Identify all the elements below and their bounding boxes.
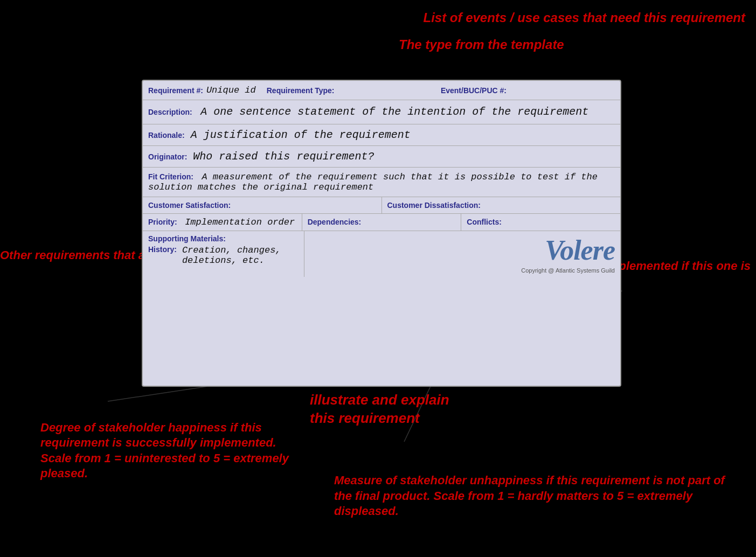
customer-dissatisfaction-field: Customer Dissatisfaction:: [382, 197, 621, 213]
req-type-label: Requirement Type:: [267, 86, 335, 95]
priority-field: Priority: Implementation order: [143, 214, 302, 231]
card-row-fit-criterion: Fit Criterion: A measurement of the requ…: [143, 168, 620, 197]
dependencies-label: Dependencies:: [308, 218, 362, 226]
card-row-originator: Originator: Who raised this requirement?: [143, 146, 620, 168]
card-row-description: Description: A one sentence statement of…: [143, 100, 620, 124]
fit-criterion-label: Fit Criterion:: [148, 172, 193, 181]
originator-label: Originator:: [148, 152, 187, 161]
volere-logo: Volere: [545, 234, 615, 266]
card-row-customer: Customer Satisfaction: Customer Dissatis…: [143, 197, 620, 214]
customer-satisfaction-field: Customer Satisfaction:: [143, 197, 382, 213]
req-num-value: Unique id: [206, 85, 256, 95]
req-num-label: Requirement #:: [148, 86, 203, 95]
description-label: Description:: [148, 108, 192, 116]
volere-copyright: Copyright @ Atlantic Systems Guild: [521, 267, 615, 274]
fit-criterion-value: A measurement of the requirement such th…: [148, 172, 598, 192]
description-value: A one sentence statement of the intentio…: [200, 105, 588, 120]
annotation-customer-dissatisfaction-note: Measure of stakeholder unhappiness if th…: [334, 473, 738, 519]
requirements-card: Requirement #: Unique id Requirement Typ…: [142, 80, 621, 387]
customer-dissatisfaction-label: Customer Dissatisfaction:: [387, 201, 481, 210]
history-label: History:: [148, 245, 177, 254]
requirement-number-field: Requirement #: Unique id: [148, 85, 256, 95]
card-row-rationale: Rationale: A justification of the requir…: [143, 124, 620, 146]
event-field: Event/BUC/PUC #:: [441, 86, 615, 95]
conflicts-label: Conflicts:: [467, 218, 502, 226]
volere-logo-section: Volere Copyright @ Atlantic Systems Guil…: [304, 231, 620, 277]
rationale-value: A justification of the requirement: [191, 129, 411, 141]
event-label: Event/BUC/PUC #:: [441, 86, 507, 95]
priority-label: Priority:: [148, 218, 177, 226]
svg-line-4: [108, 385, 216, 401]
customer-satisfaction-label: Customer Satisfaction:: [148, 201, 231, 210]
rationale-label: Rationale:: [148, 131, 185, 140]
card-row-bottom: Supporting Materials: History: Creation,…: [143, 231, 620, 277]
requirement-type-field: Requirement Type:: [267, 86, 441, 95]
card-row-pdc: Priority: Implementation order Dependenc…: [143, 214, 620, 231]
conflicts-field: Conflicts:: [461, 214, 620, 231]
card-row-identifiers: Requirement #: Unique id Requirement Typ…: [143, 81, 620, 100]
originator-value: Who raised this requirement?: [193, 150, 374, 163]
dependencies-field: Dependencies:: [302, 214, 462, 231]
priority-value: Implementation order: [185, 217, 295, 227]
supporting-materials-label: Supporting Materials:: [148, 234, 226, 243]
annotation-customer-satisfaction-note: Degree of stakeholder happiness if this …: [40, 420, 310, 482]
annotation-events-list: List of events / use cases that need thi…: [423, 10, 745, 26]
annotation-type-from-template: The type from the template: [399, 37, 564, 53]
history-value: Creation, changes, deletions, etc.: [182, 245, 299, 266]
supporting-history-field: Supporting Materials: History: Creation,…: [143, 231, 304, 277]
